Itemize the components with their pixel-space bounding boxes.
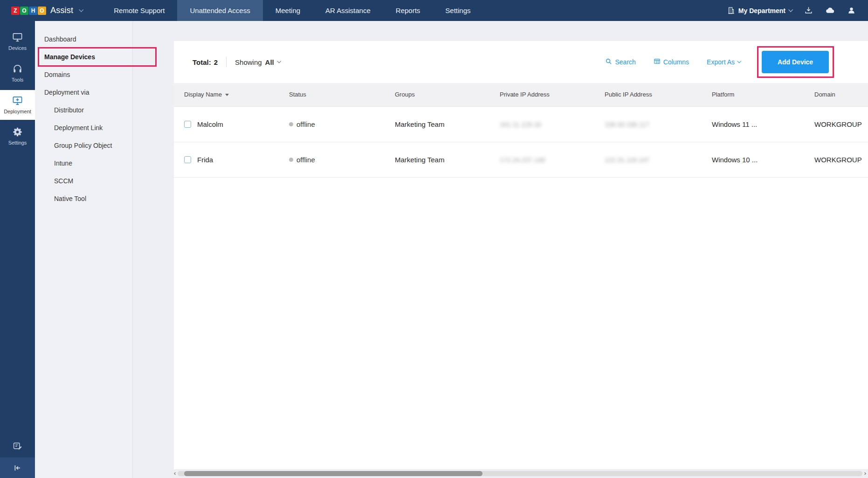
status-text: offline bbox=[296, 156, 315, 164]
total-count: 2 bbox=[214, 58, 218, 66]
table-header-row: Display Name Status Groups Private IP Ad… bbox=[174, 83, 868, 106]
sidebar-item-label: Manage Devices bbox=[44, 53, 95, 61]
zoho-logo: Z O H O bbox=[11, 7, 46, 15]
tab-ar-assistance[interactable]: AR Assistance bbox=[313, 0, 383, 21]
rail-item-label: Deployment bbox=[4, 109, 31, 114]
rail-item-label: Settings bbox=[8, 140, 27, 145]
row-checkbox[interactable] bbox=[184, 121, 191, 128]
scroll-right-icon[interactable]: › bbox=[864, 470, 866, 477]
export-label: Export As bbox=[707, 58, 735, 66]
tab-meeting[interactable]: Meeting bbox=[263, 0, 313, 21]
private-ip-redacted: 161.11.129.18 bbox=[500, 121, 541, 128]
status-text: offline bbox=[296, 120, 315, 128]
tab-reports[interactable]: Reports bbox=[383, 0, 433, 21]
columns-button[interactable]: Columns bbox=[654, 58, 689, 66]
export-as-dropdown[interactable]: Export As bbox=[707, 58, 740, 66]
topnav-right-controls: My Department bbox=[727, 6, 868, 15]
column-header-status[interactable]: Status bbox=[279, 83, 385, 106]
sidebar-item-group-policy-object[interactable]: Group Policy Object bbox=[35, 137, 132, 154]
zoho-assist-app: Z O H O Assist Remote Support Unattended… bbox=[0, 0, 868, 478]
main-content: Total: 2 Showing All bbox=[133, 21, 868, 478]
showing-filter-dropdown[interactable]: Showing All bbox=[235, 58, 280, 66]
rail-item-deployment[interactable]: Deployment bbox=[0, 90, 35, 120]
scrollbar-track[interactable] bbox=[178, 471, 862, 476]
devices-toolbar: Total: 2 Showing All bbox=[174, 41, 868, 83]
column-header-private-ip[interactable]: Private IP Address bbox=[489, 83, 594, 106]
search-button[interactable]: Search bbox=[605, 58, 635, 66]
device-domain: WORKGROUP bbox=[804, 106, 868, 142]
sidebar-item-manage-devices[interactable]: Manage Devices bbox=[35, 48, 132, 66]
toolbar-right: Search Columns Export As bbox=[605, 51, 829, 73]
tab-unattended-access[interactable]: Unattended Access bbox=[177, 0, 262, 21]
logo-letter: O bbox=[20, 7, 28, 15]
sidebar-item-native-tool[interactable]: Native Tool bbox=[35, 190, 132, 208]
collapse-sidebar-icon[interactable] bbox=[0, 457, 35, 478]
feedback-notes-icon[interactable] bbox=[13, 435, 22, 457]
column-header-platform[interactable]: Platform bbox=[702, 83, 804, 106]
scrollbar-thumb[interactable] bbox=[184, 471, 482, 476]
deploy-monitor-icon bbox=[12, 95, 23, 106]
sidebar-item-deployment-link[interactable]: Deployment Link bbox=[35, 119, 132, 137]
user-account-icon[interactable] bbox=[847, 6, 856, 15]
sidebar-item-domains[interactable]: Domains bbox=[35, 66, 132, 83]
search-label: Search bbox=[615, 58, 635, 66]
monitor-icon bbox=[12, 32, 23, 42]
department-name: My Department bbox=[738, 7, 785, 14]
column-header-public-ip[interactable]: Public IP Address bbox=[594, 83, 702, 106]
row-checkbox[interactable] bbox=[184, 156, 191, 163]
sidebar-item-dashboard[interactable]: Dashboard bbox=[35, 30, 132, 48]
device-platform: Windows 11 ... bbox=[702, 106, 804, 142]
device-groups: Marketing Team bbox=[385, 106, 489, 142]
primary-tabs: Remote Support Unattended Access Meeting… bbox=[101, 0, 483, 21]
module-rail: Devices Tools bbox=[0, 21, 35, 478]
sort-desc-icon bbox=[225, 94, 229, 96]
showing-value: All bbox=[265, 58, 274, 66]
sidebar-item-distributor[interactable]: Distributor bbox=[35, 101, 132, 119]
logo-letter: Z bbox=[11, 7, 20, 15]
device-name: Malcolm bbox=[197, 120, 223, 128]
download-agent-icon[interactable] bbox=[804, 6, 813, 15]
rail-item-label: Tools bbox=[12, 77, 24, 83]
add-device-button[interactable]: Add Device bbox=[762, 51, 829, 73]
horizontal-scrollbar[interactable]: ‹ › bbox=[174, 470, 866, 477]
rail-item-settings[interactable]: Settings bbox=[0, 122, 35, 151]
cloud-icon[interactable] bbox=[825, 6, 835, 15]
private-ip-redacted: 172.24.237.149 bbox=[500, 156, 545, 164]
column-label: Display Name bbox=[184, 91, 222, 98]
total-label: Total: bbox=[193, 58, 211, 66]
device-domain: WORKGROUP bbox=[804, 142, 868, 177]
sidebar-item-sccm[interactable]: SCCM bbox=[35, 172, 132, 190]
sidebar-item-deployment-via[interactable]: Deployment via bbox=[35, 83, 132, 101]
search-icon bbox=[605, 58, 612, 66]
top-navigation-bar: Z O H O Assist Remote Support Unattended… bbox=[0, 0, 868, 21]
rail-item-devices[interactable]: Devices bbox=[0, 27, 35, 56]
column-header-groups[interactable]: Groups bbox=[385, 83, 489, 106]
columns-label: Columns bbox=[663, 58, 689, 66]
tab-settings[interactable]: Settings bbox=[433, 0, 483, 21]
zoho-assist-brand[interactable]: Z O H O Assist bbox=[0, 6, 87, 15]
table-row[interactable]: Malcolm offline Marketing Team 161.11.1 bbox=[174, 106, 868, 142]
device-groups: Marketing Team bbox=[385, 142, 489, 177]
chevron-down-icon bbox=[277, 59, 281, 63]
tab-remote-support[interactable]: Remote Support bbox=[101, 0, 177, 21]
sidebar-item-intune[interactable]: Intune bbox=[35, 154, 132, 172]
public-ip-redacted: 122.31.116.147 bbox=[605, 156, 649, 164]
rail-item-tools[interactable]: Tools bbox=[0, 58, 35, 88]
divider bbox=[226, 57, 227, 67]
scroll-left-icon[interactable]: ‹ bbox=[174, 470, 176, 477]
deployment-sidebar: Dashboard Manage Devices Domains Deploym… bbox=[35, 21, 133, 478]
table-row[interactable]: Frida offline Marketing Team 172.24.237 bbox=[174, 142, 868, 177]
devices-panel: Total: 2 Showing All bbox=[174, 41, 868, 469]
devices-table: Display Name Status Groups Private IP Ad… bbox=[174, 83, 868, 178]
logo-letter: H bbox=[29, 7, 37, 15]
chevron-down-icon bbox=[737, 59, 741, 63]
department-selector[interactable]: My Department bbox=[727, 7, 792, 14]
chevron-down-icon bbox=[79, 7, 83, 12]
headset-icon bbox=[12, 63, 23, 74]
device-name: Frida bbox=[197, 156, 213, 164]
add-device-button-wrap: Add Device bbox=[762, 51, 829, 73]
showing-label: Showing bbox=[235, 58, 262, 66]
column-header-display-name[interactable]: Display Name bbox=[174, 83, 279, 106]
device-platform: Windows 10 ... bbox=[702, 142, 804, 177]
column-header-domain[interactable]: Domain bbox=[804, 83, 868, 106]
